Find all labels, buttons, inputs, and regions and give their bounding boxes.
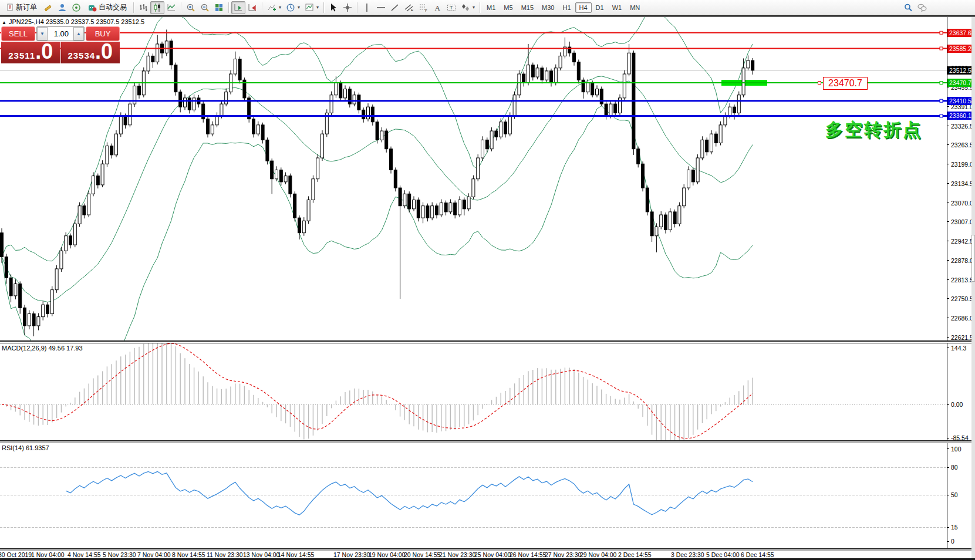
price-axis-line-label: 23410.5 (947, 97, 973, 105)
line-chart-button[interactable] (164, 1, 178, 14)
search-button[interactable] (901, 1, 915, 14)
callout-anchor-square[interactable] (818, 81, 821, 85)
text-label-button[interactable]: T (444, 1, 458, 14)
vertical-line-button[interactable] (360, 1, 374, 14)
crosshair-button[interactable] (340, 1, 355, 14)
auto-scroll-button[interactable] (231, 1, 245, 14)
arrows-button[interactable]: ▾ (458, 1, 477, 14)
indicators-button[interactable]: ▾ (265, 1, 284, 14)
sell-button[interactable]: SELL (1, 26, 35, 41)
tf-mn[interactable]: MN (626, 2, 644, 13)
candle-body-up (60, 251, 63, 269)
candle-body-up (513, 95, 516, 116)
zoom-in-button[interactable] (184, 1, 198, 14)
candlestick-series (1, 29, 754, 336)
price-callout-label[interactable]: 23470.7 (823, 77, 868, 90)
candle-body-up (458, 200, 461, 215)
vertical-line-icon (362, 3, 372, 12)
volume-increase-button[interactable]: ▲ (73, 27, 84, 41)
candle-body-up (42, 305, 45, 316)
line-handle[interactable] (940, 99, 943, 102)
rsi-pane (0, 443, 947, 548)
tf-m5[interactable]: M5 (500, 2, 517, 13)
price-axis-tick: 23199.0 (951, 161, 973, 168)
tf-m30[interactable]: M30 (538, 2, 558, 13)
candle-body-down (444, 203, 447, 212)
price-axis-tick: 22813.5 (951, 276, 973, 284)
pane-splitter-rsi[interactable] (0, 440, 971, 443)
arrows-caret: ▾ (473, 5, 475, 10)
sell-price[interactable]: 23511.0 (1, 42, 60, 63)
tf-m1[interactable]: M1 (483, 2, 500, 13)
tile-windows-button[interactable] (212, 1, 226, 14)
chart-window-top-border (0, 15, 975, 17)
buy-price[interactable]: 23534.0 (61, 42, 120, 63)
signals-button[interactable] (69, 1, 83, 14)
tf-m15[interactable]: M15 (517, 2, 538, 13)
macd-histogram (2, 343, 753, 440)
bar-chart-button[interactable] (136, 1, 150, 14)
tf-h4[interactable]: H4 (575, 2, 592, 13)
horizontal-line-button[interactable] (374, 1, 388, 14)
zoom-out-icon (200, 3, 210, 12)
candle-body-down (522, 74, 525, 83)
chart-shift-button[interactable] (245, 1, 259, 14)
line-handle[interactable] (940, 31, 943, 34)
templates-button[interactable]: ▾ (302, 1, 321, 14)
line-handle[interactable] (940, 81, 943, 84)
line-handle[interactable] (940, 114, 943, 117)
zoom-out-button[interactable] (198, 1, 212, 14)
text-icon: A (433, 3, 442, 12)
trendline-button[interactable] (388, 1, 402, 14)
auto-trading-label: 自动交易 (99, 2, 127, 12)
chart-annotation-text[interactable]: 多空转折点 (825, 118, 922, 142)
candle-body-up (472, 179, 475, 197)
candle-body-up (403, 194, 406, 205)
volume-decrease-button[interactable]: ▼ (37, 27, 48, 41)
candle-body-up (724, 116, 727, 125)
rsi-axis-tick-mark (947, 467, 949, 468)
candle-body-up (257, 125, 259, 134)
candle-body-up (683, 188, 686, 206)
zoom-in-icon (186, 3, 195, 12)
candle-body-up (184, 98, 187, 107)
candle-body-up (559, 56, 562, 68)
scrollbar-thumb[interactable] (971, 235, 975, 282)
new-order-button[interactable]: 新订单 (2, 1, 41, 14)
candle-body-down (170, 41, 173, 65)
candle-body-down (614, 104, 617, 113)
line-handle[interactable] (940, 47, 943, 50)
fibonacci-button[interactable]: F (416, 1, 430, 14)
new-order-icon (6, 4, 14, 11)
candle-body-down (298, 218, 301, 233)
auto-trading-button[interactable]: 自动交易 (83, 1, 131, 14)
vertical-scrollbar[interactable] (971, 17, 975, 558)
candle-body-down (706, 140, 709, 151)
main-chart-pane (0, 17, 947, 340)
candle-body-up (14, 284, 17, 295)
tf-d1[interactable]: D1 (592, 2, 608, 13)
svg-text:T: T (450, 5, 453, 11)
candlestick-chart-button[interactable] (150, 1, 164, 14)
candle-body-up (302, 221, 305, 232)
equidistant-channel-button[interactable]: E (402, 1, 416, 14)
text-button[interactable]: A (430, 1, 444, 14)
community-button[interactable] (55, 1, 69, 14)
date-axis-border (0, 548, 971, 551)
trendline-icon (390, 3, 400, 12)
candlestick-chart-icon (153, 3, 162, 12)
price-axis-tick: 22942.5 (951, 238, 973, 245)
collapse-panel-icon[interactable]: ▲ (2, 20, 6, 25)
pane-splitter-macd[interactable] (0, 340, 971, 343)
candle-body-down (110, 146, 113, 155)
periods-button[interactable]: ▾ (284, 1, 302, 14)
candle-body-up (211, 125, 214, 134)
volume-value[interactable]: 1.00 (48, 27, 73, 41)
megaphone-button[interactable] (41, 1, 55, 14)
chat-button[interactable] (915, 1, 929, 14)
buy-button[interactable]: BUY (86, 26, 120, 41)
tf-w1[interactable]: W1 (608, 2, 626, 13)
cursor-button[interactable] (326, 1, 340, 14)
tf-h1[interactable]: H1 (558, 2, 575, 13)
candle-body-down (637, 149, 640, 164)
